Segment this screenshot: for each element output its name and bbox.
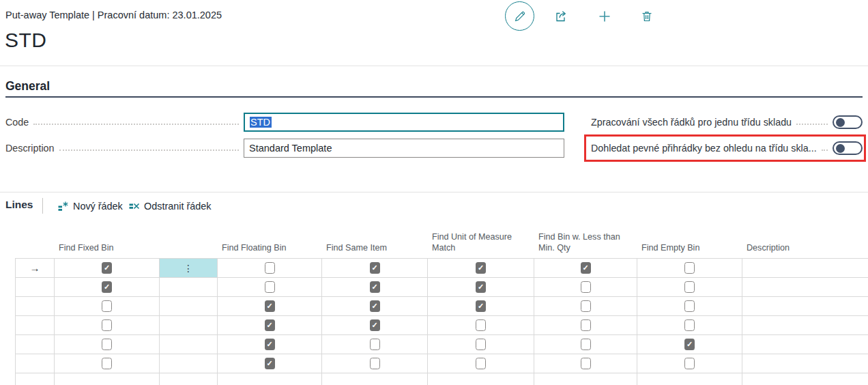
cell-find_same_item <box>322 335 428 354</box>
new-line-button[interactable]: Nový řádek <box>57 198 123 214</box>
cell-find_uom_match <box>428 373 534 385</box>
checkbox-find_bin_less_min[interactable] <box>581 281 591 293</box>
new-button[interactable] <box>596 8 613 25</box>
checkbox-find_fixed_bin[interactable] <box>102 319 112 331</box>
cell-description[interactable] <box>742 354 868 373</box>
row-options-ellipsis-icon[interactable]: ⋮ <box>184 263 193 274</box>
cell-selector: → <box>16 259 55 278</box>
column-header-find_same_item[interactable]: Find Same Item <box>321 242 427 258</box>
checkbox-find_same_item[interactable] <box>370 358 380 369</box>
cell-find_same_item: ✓ <box>322 316 428 335</box>
cell-find_empty_bin <box>637 259 742 278</box>
column-header-find_empty_bin[interactable]: Find Empty Bin <box>637 242 742 258</box>
checkbox-find_fixed_bin[interactable] <box>102 339 112 350</box>
checkbox-find_same_item[interactable]: ✓ <box>370 262 380 274</box>
checkbox-find_uom_match[interactable] <box>476 339 486 350</box>
cell-find_empty_bin <box>637 316 742 335</box>
checkbox-find_floating_bin[interactable]: ✓ <box>265 358 275 369</box>
cell-find_fixed_bin: ✓ <box>55 278 160 297</box>
cell-find_fixed_bin <box>55 316 160 335</box>
cell-selector <box>16 335 55 354</box>
column-header-find_uom_match[interactable]: Find Unit of Measure Match <box>427 231 534 258</box>
checkbox-find_bin_less_min[interactable] <box>581 300 591 312</box>
checkbox-find_uom_match[interactable] <box>476 319 486 331</box>
dotted-leader <box>822 149 828 151</box>
toggle-fixed-bins[interactable] <box>833 141 863 155</box>
breadcrumb[interactable]: Put-away Template | Pracovní datum: 23.0… <box>5 10 222 20</box>
dotted-leader <box>796 124 828 125</box>
cell-description[interactable] <box>742 278 868 297</box>
cell-find_same_item <box>322 354 428 373</box>
checkbox-find_uom_match[interactable]: ✓ <box>476 262 486 274</box>
code-input-selected-text: STD <box>250 117 272 128</box>
checkbox-find_fixed_bin[interactable] <box>102 300 112 312</box>
cell-description[interactable] <box>742 297 868 316</box>
checkbox-find_empty_bin[interactable] <box>684 262 695 274</box>
checkbox-find_same_item[interactable]: ✓ <box>370 300 380 312</box>
page-title: STD <box>5 29 47 52</box>
checkbox-find_fixed_bin[interactable]: ✓ <box>102 262 112 274</box>
checkbox-find_fixed_bin[interactable] <box>102 358 112 369</box>
cell-description[interactable] <box>742 316 868 335</box>
description-input[interactable]: Standard Template <box>244 139 564 158</box>
description-input-text: Standard Template <box>249 143 332 154</box>
toggle-knob <box>836 144 845 153</box>
delete-button[interactable] <box>639 8 655 25</box>
cell-description[interactable] <box>742 259 868 278</box>
edit-button[interactable] <box>505 1 534 31</box>
checkbox-find_bin_less_min[interactable] <box>581 319 591 331</box>
cell-description[interactable] <box>742 335 868 354</box>
checkbox-find_fixed_bin[interactable]: ✓ <box>102 281 112 293</box>
column-header-find_fixed_bin[interactable]: Find Fixed Bin <box>54 242 159 258</box>
cell-find_same_item <box>322 373 428 385</box>
checkbox-find_empty_bin[interactable] <box>684 319 695 331</box>
cell-find_same_item: ✓ <box>322 259 428 278</box>
cell-find_fixed_bin <box>55 373 160 385</box>
general-section-heading[interactable]: General <box>5 79 50 94</box>
toggle-row-fixed-bins: Dohledat pevné přihrádky bez ohledu na t… <box>591 135 863 161</box>
lines-section-heading[interactable]: Lines <box>5 199 33 211</box>
checkbox-find_floating_bin[interactable]: ✓ <box>265 339 275 350</box>
cell-find_fixed_bin <box>55 335 160 354</box>
new-line-icon <box>57 201 69 212</box>
checkbox-find_same_item[interactable] <box>370 339 380 350</box>
checkbox-find_floating_bin[interactable]: ✓ <box>265 319 275 331</box>
toggle-knob <box>836 118 845 127</box>
checkbox-find_same_item[interactable]: ✓ <box>370 319 380 331</box>
share-button[interactable] <box>553 8 569 25</box>
cell-selector <box>16 316 55 335</box>
column-header-find_floating_bin[interactable]: Find Floating Bin <box>217 242 321 258</box>
delete-line-button[interactable]: Odstranit řádek <box>128 198 211 214</box>
code-field-label: Code <box>5 117 29 128</box>
cell-find_uom_match: ✓ <box>428 259 534 278</box>
checkbox-find_uom_match[interactable]: ✓ <box>476 300 486 312</box>
cell-find_bin_less_min <box>534 297 637 316</box>
checkbox-find_uom_match[interactable] <box>476 358 486 369</box>
cell-find_floating_bin <box>218 278 322 297</box>
checkbox-find_empty_bin[interactable] <box>684 281 695 293</box>
checkbox-find_floating_bin[interactable]: ✓ <box>265 300 275 312</box>
description-field-row: Description Standard Template <box>5 139 564 158</box>
checkbox-find_bin_less_min[interactable] <box>581 358 591 369</box>
cell-find_same_item: ✓ <box>322 278 428 297</box>
cell-find_bin_less_min <box>534 316 637 335</box>
code-input[interactable]: STD <box>244 113 564 132</box>
column-header-description[interactable]: Description <box>742 242 868 258</box>
checkbox-find_floating_bin[interactable] <box>265 281 275 293</box>
checkbox-find_empty_bin[interactable]: ✓ <box>684 339 695 350</box>
checkbox-find_floating_bin[interactable] <box>265 262 275 274</box>
trash-icon <box>640 10 654 23</box>
checkbox-find_bin_less_min[interactable]: ✓ <box>581 262 591 274</box>
cell-find_fixed_bin <box>55 297 160 316</box>
checkbox-find_same_item[interactable]: ✓ <box>370 281 380 293</box>
checkbox-find_bin_less_min[interactable] <box>581 339 591 350</box>
toggle-one-class[interactable] <box>833 115 863 129</box>
share-icon <box>553 9 568 24</box>
checkbox-find_empty_bin[interactable] <box>684 358 695 369</box>
cell-find_uom_match <box>428 335 534 354</box>
grid-body: →✓⋮✓✓✓✓✓✓✓✓✓✓✓✓✓✓ <box>15 258 868 385</box>
checkbox-find_uom_match[interactable]: ✓ <box>476 281 486 293</box>
cell-find_uom_match: ✓ <box>428 297 534 316</box>
column-header-find_bin_less_min[interactable]: Find Bin w. Less than Min. Qty <box>534 231 637 258</box>
checkbox-find_empty_bin[interactable] <box>684 300 695 312</box>
